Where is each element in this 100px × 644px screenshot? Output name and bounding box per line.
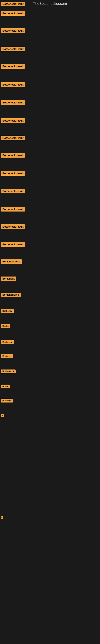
bottleneck-item-1[interactable]: Bottleneck result — [1, 2, 25, 6]
bottleneck-badge-12: Bottleneck result — [1, 189, 25, 194]
bottleneck-badge-16: Bottleneck resu — [1, 260, 22, 264]
bottleneck-item-13[interactable]: Bottleneck result — [1, 207, 25, 211]
bottleneck-badge-3: Bottleneck result — [1, 28, 25, 33]
bottleneck-badge-24: Bottle — [1, 384, 10, 388]
bottleneck-badge-9: Bottleneck result — [1, 136, 25, 140]
bottleneck-item-19[interactable]: Bottlenec — [1, 309, 14, 312]
bottleneck-badge-19: Bottlenec — [1, 309, 14, 313]
bottleneck-item-10[interactable]: Bottleneck result — [1, 153, 25, 157]
bottleneck-badge-22: Bottlene — [1, 354, 13, 358]
bottleneck-item-17[interactable]: Bottleneck — [1, 277, 16, 280]
bottleneck-item-6[interactable]: Bottleneck result — [1, 83, 25, 86]
bottleneck-item-11[interactable]: Bottleneck result — [1, 172, 25, 175]
bottleneck-item-24[interactable]: Bottle — [1, 384, 10, 388]
bottleneck-item-4[interactable]: Bottleneck result — [1, 47, 25, 51]
bottleneck-badge-1: Bottleneck result — [1, 2, 25, 6]
bottleneck-item-16[interactable]: Bottleneck resu — [1, 260, 22, 263]
bottleneck-badge-15: Bottleneck result — [1, 242, 25, 247]
bottleneck-badge-6: Bottleneck result — [1, 82, 25, 87]
bottleneck-badge-10: Bottleneck result — [1, 153, 25, 158]
bottleneck-badge-17: Bottleneck — [1, 276, 16, 281]
bottleneck-item-5[interactable]: Bottleneck result — [1, 64, 25, 68]
bottleneck-item-26[interactable]: B — [1, 414, 4, 417]
bottleneck-item-15[interactable]: Bottleneck result — [1, 242, 25, 246]
bottleneck-badge-7: Bottleneck result — [1, 100, 25, 105]
bottleneck-item-2[interactable]: Bottleneck result — [1, 12, 25, 15]
bottleneck-item-9[interactable]: Bottleneck result — [1, 136, 25, 140]
bottleneck-item-25[interactable]: Bottlenec — [1, 398, 13, 402]
bottleneck-badge-23: Bottleneck r — [1, 370, 16, 373]
bottleneck-item-23[interactable]: Bottleneck r — [1, 369, 16, 373]
bottleneck-badge-18: Bottleneck res — [1, 292, 21, 297]
bottleneck-badge-13: Bottleneck result — [1, 207, 25, 212]
bottleneck-badge-25: Bottlenec — [1, 399, 13, 402]
page-container: TheBottlenecker.com Bottleneck result Bo… — [0, 0, 100, 644]
bottleneck-badge-11: Bottleneck result — [1, 171, 25, 176]
bottleneck-badge-21: Bottlenec — [1, 340, 14, 344]
bottleneck-badge-8: Bottleneck result — [1, 118, 25, 123]
bottleneck-badge-27: B — [1, 516, 3, 519]
bottleneck-item-7[interactable]: Bottleneck result — [1, 100, 25, 104]
bottleneck-item-21[interactable]: Bottlenec — [1, 340, 14, 344]
bottleneck-badge-20: Bottle — [1, 324, 10, 328]
bottleneck-item-22[interactable]: Bottlene — [1, 354, 13, 358]
bottleneck-item-20[interactable]: Bottle — [1, 324, 10, 328]
bottleneck-item-12[interactable]: Bottleneck result — [1, 189, 25, 193]
bottleneck-badge-14: Bottleneck result — [1, 224, 25, 229]
bottleneck-item-3[interactable]: Bottleneck result — [1, 29, 25, 32]
bottleneck-item-27[interactable]: B — [1, 515, 3, 519]
bottleneck-badge-2: Bottleneck result — [1, 11, 25, 16]
bottleneck-badge-5: Bottleneck result — [1, 64, 25, 69]
bottleneck-badge-4: Bottleneck result — [1, 47, 25, 51]
bottleneck-item-18[interactable]: Bottleneck res — [1, 293, 21, 296]
bottleneck-item-8[interactable]: Bottleneck result — [1, 119, 25, 122]
bottleneck-item-14[interactable]: Bottleneck result — [1, 225, 25, 228]
bottleneck-badge-26: B — [1, 414, 4, 418]
